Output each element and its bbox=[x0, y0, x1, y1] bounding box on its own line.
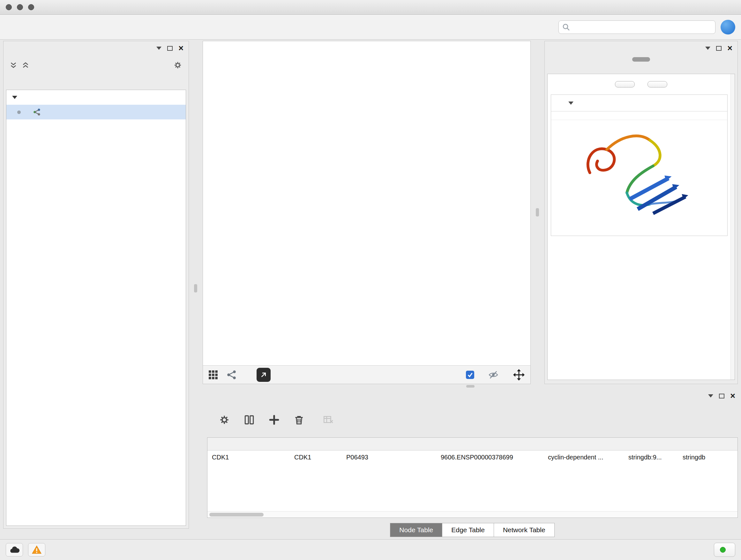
table-tabs: Node TableEdge TableNetwork Table bbox=[207, 523, 738, 537]
add-column-icon[interactable] bbox=[268, 414, 280, 426]
expand-all-button[interactable] bbox=[615, 81, 635, 87]
splitter-handle[interactable] bbox=[194, 284, 197, 293]
memory-button[interactable] bbox=[714, 543, 735, 557]
memory-status-dot bbox=[720, 547, 726, 553]
panel-float-icon[interactable] bbox=[156, 47, 161, 50]
hidden-nodes-indicator bbox=[488, 370, 502, 380]
open-in-new-icon bbox=[259, 370, 268, 380]
splitter-handle[interactable] bbox=[466, 385, 475, 388]
collapse-all-icon[interactable] bbox=[10, 62, 17, 69]
network-view-panel bbox=[203, 41, 531, 384]
table-cell[interactable]: CDK1 bbox=[290, 454, 342, 461]
gene-description bbox=[551, 111, 727, 120]
warnings-button[interactable] bbox=[28, 543, 45, 557]
protein-structure-image bbox=[579, 126, 700, 219]
status-bar bbox=[0, 539, 741, 560]
results-panel: × bbox=[544, 41, 738, 384]
panel-close-icon[interactable]: × bbox=[730, 392, 735, 400]
eye-slash-small-icon[interactable] bbox=[488, 370, 498, 380]
table-body: CDK1CDK1P064939606.ENSP00000378699cyclin… bbox=[207, 450, 738, 464]
table-row[interactable]: CDK1CDK1P064939606.ENSP00000378699cyclin… bbox=[207, 450, 738, 464]
table-panel: × bbox=[207, 389, 738, 539]
collapse-all-button[interactable] bbox=[648, 81, 667, 87]
string-results-box bbox=[547, 74, 735, 380]
expand-all-icon[interactable] bbox=[22, 62, 29, 69]
panel-maximize-icon[interactable] bbox=[719, 394, 724, 398]
network-row[interactable] bbox=[6, 105, 186, 119]
show-columns-icon[interactable] bbox=[244, 414, 255, 426]
tab-edge-table[interactable]: Edge Table bbox=[442, 523, 494, 537]
table-cell[interactable]: 9606.ENSP00000378699 bbox=[436, 454, 543, 461]
panel-maximize-icon[interactable] bbox=[167, 46, 173, 51]
search-input[interactable] bbox=[573, 23, 712, 30]
window-controls bbox=[6, 4, 34, 10]
table-panel-header: × bbox=[207, 389, 738, 403]
close-window-button[interactable] bbox=[6, 4, 12, 10]
cloud-status-button[interactable] bbox=[6, 543, 23, 557]
table-cell[interactable]: CDK1 bbox=[207, 454, 290, 461]
node-table: CDK1CDK1P064939606.ENSP00000378699cyclin… bbox=[207, 437, 738, 518]
delete-table-icon bbox=[323, 414, 334, 426]
main-toolbar bbox=[0, 15, 741, 40]
maximize-window-button[interactable] bbox=[28, 4, 34, 10]
table-cell[interactable]: P06493 bbox=[342, 454, 436, 461]
control-panel: × bbox=[3, 41, 189, 529]
search-icon bbox=[562, 23, 570, 31]
table-h-scrollbar[interactable] bbox=[207, 511, 738, 517]
table-cell[interactable]: cyclin-dependent ... bbox=[543, 454, 624, 461]
results-scrollbar[interactable] bbox=[731, 74, 735, 380]
splitter-handle[interactable] bbox=[536, 208, 539, 216]
checkbox-icon[interactable] bbox=[466, 371, 474, 379]
network-toolbar bbox=[203, 365, 530, 384]
network-tree bbox=[6, 90, 186, 526]
search-box bbox=[558, 20, 716, 34]
selected-nodes-indicator bbox=[466, 371, 477, 379]
tab-string[interactable] bbox=[632, 57, 650, 62]
tree-expand-icon[interactable] bbox=[12, 96, 17, 99]
cloud-icon bbox=[9, 546, 20, 554]
table-cell[interactable]: stringdb bbox=[678, 454, 738, 461]
panel-float-icon[interactable] bbox=[708, 394, 713, 397]
tab-node-table[interactable]: Node Table bbox=[390, 523, 442, 537]
tab-network-table[interactable]: Network Table bbox=[494, 523, 555, 537]
open-in-new-button[interactable] bbox=[257, 368, 271, 382]
scrollbar-thumb[interactable] bbox=[209, 513, 264, 516]
grid-view-icon[interactable] bbox=[208, 370, 218, 380]
crosslinks-list bbox=[551, 227, 727, 236]
collapse-section-icon[interactable] bbox=[568, 102, 574, 105]
network-glyph-icon bbox=[33, 108, 41, 116]
share-network-icon[interactable] bbox=[226, 370, 237, 380]
network-selection-row bbox=[3, 57, 189, 74]
help-button[interactable] bbox=[721, 20, 735, 35]
panel-close-icon[interactable]: × bbox=[179, 44, 184, 53]
table-settings-gear-icon[interactable] bbox=[219, 414, 230, 426]
current-network-dot bbox=[17, 111, 21, 114]
panel-float-icon[interactable] bbox=[705, 47, 711, 50]
gene-section-header[interactable] bbox=[551, 95, 727, 111]
panel-close-icon[interactable]: × bbox=[727, 44, 732, 53]
results-panel-header: × bbox=[545, 41, 738, 55]
minimize-window-button[interactable] bbox=[17, 4, 23, 10]
table-cell[interactable]: stringdb:9... bbox=[624, 454, 678, 461]
gene-section bbox=[551, 95, 728, 236]
warning-icon bbox=[31, 545, 42, 554]
delete-column-icon[interactable] bbox=[293, 414, 305, 426]
panel-maximize-icon[interactable] bbox=[716, 46, 722, 51]
application-window: × bbox=[0, 0, 741, 560]
gear-icon[interactable] bbox=[173, 61, 182, 70]
network-collection-row[interactable] bbox=[6, 90, 186, 105]
title-bar bbox=[0, 0, 741, 15]
network-canvas-svg[interactable] bbox=[203, 41, 530, 365]
search-area bbox=[558, 20, 735, 35]
table-header-row bbox=[207, 438, 738, 450]
control-panel-header: × bbox=[3, 41, 189, 55]
pan-move-icon[interactable] bbox=[513, 368, 525, 381]
table-toolbar bbox=[207, 403, 738, 437]
